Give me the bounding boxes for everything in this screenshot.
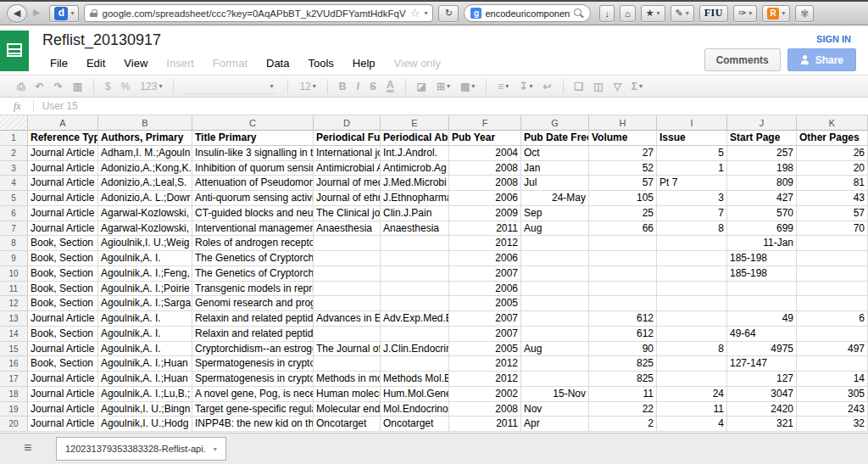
document-title[interactable]: Reflist_20130917 [42,31,161,49]
header-cell[interactable]: Title Primary [192,131,314,146]
cell[interactable]: 2007 [449,327,521,342]
header-cell[interactable]: Authors, Primary [98,131,192,146]
bookmark-star-icon[interactable]: ☆ [410,7,420,20]
url-text[interactable]: google.com/spreadsheet/ccc?key=0AqAPbBT_… [102,8,405,19]
cell[interactable]: 8 [657,342,727,357]
cell[interactable]: 2012 [449,236,521,251]
forward-button[interactable]: ▶ [29,4,44,21]
cell[interactable]: Sep [521,206,589,221]
cell[interactable]: 20 [797,161,868,176]
row-number-12[interactable]: 12 [0,296,28,311]
row-number-10[interactable]: 10 [0,266,28,282]
cell[interactable]: 2011 [449,416,521,432]
cell[interactable] [521,296,589,311]
cell[interactable]: 15-Nov [521,387,589,402]
cell[interactable] [314,266,381,282]
cell[interactable]: Journal Article [28,416,98,432]
row-number-15[interactable]: 15 [0,342,28,357]
cell[interactable]: 427 [727,191,797,206]
cell[interactable]: 6 [797,311,868,327]
menu-help[interactable]: Help [343,55,385,71]
back-button[interactable]: ◀ [7,4,27,23]
cell[interactable]: Agoulnik,A. I.;Poirie [98,282,192,297]
cell[interactable]: 8 [657,221,727,237]
cell[interactable]: INPP4B: the new kid on the [192,416,314,432]
cell[interactable]: 185-198 [727,251,797,266]
cell[interactable]: 570 [727,206,797,221]
row-number-4[interactable]: 4 [0,176,28,191]
cell[interactable]: Apr [521,416,589,432]
sheet-list-icon[interactable]: ≡ [24,440,31,456]
cell[interactable] [521,372,589,387]
cell[interactable]: Agoulnik,A. I.;Huan [98,372,192,387]
cell[interactable]: Aug [521,221,589,237]
cell[interactable]: 11 [657,402,727,417]
cell[interactable]: 105 [589,191,657,206]
cell[interactable]: 612 [589,327,657,342]
cell[interactable]: 198 [727,161,797,176]
cell[interactable] [314,236,381,251]
strikethrough-button[interactable]: S [364,80,381,93]
cell[interactable]: Journal Article [28,342,98,357]
cell[interactable]: 185-198 [727,266,797,282]
cell[interactable]: 2 [589,416,657,432]
cell[interactable]: Mol.Endocrino [381,402,449,417]
column-header-E[interactable]: E [381,115,449,131]
misc-addon-button[interactable]: ✾ [795,5,814,22]
cell[interactable]: Methods in mo [314,372,381,387]
cell[interactable]: Molecular end [314,402,381,417]
cell[interactable]: Book, Section [28,296,98,311]
cell[interactable] [727,296,797,311]
functions-button[interactable]: Σ▾ [626,80,648,93]
reader-addon-button[interactable]: R▾ [762,5,790,22]
reader-addon-dropdown-icon[interactable]: ▾ [782,9,785,17]
cell[interactable] [314,356,381,372]
text-color-button[interactable]: A [381,80,399,93]
cell[interactable] [797,251,868,266]
cell[interactable]: 2008 [449,402,521,417]
fiu-addon-button[interactable]: FIU [699,5,728,22]
column-header-A[interactable]: A [28,115,98,131]
cell[interactable] [589,251,657,266]
cell[interactable]: 2006 [449,251,521,266]
cell[interactable]: 14 [797,372,868,387]
cell[interactable]: Book, Section [28,356,98,372]
row-number-1[interactable]: 1 [0,131,28,146]
cell[interactable]: 11-Jan [727,236,797,251]
cell[interactable]: 3 [657,191,727,206]
cell[interactable]: 81 [797,176,868,191]
cell[interactable] [521,282,589,297]
search-engine-icon[interactable]: g [470,8,481,19]
cell[interactable]: Genomi research and progr [192,296,314,311]
row-number-20[interactable]: 20 [0,416,28,432]
cell[interactable]: J.Clin.Endocrin [381,342,449,357]
cell[interactable] [314,327,381,342]
cell[interactable] [589,236,657,251]
vertical-align-button[interactable]: ↧▾ [514,80,537,93]
cell[interactable]: Oct [521,146,589,161]
cell[interactable]: Advances in Ex [314,311,381,327]
bookmarks-dropdown-icon[interactable]: ▾ [657,9,660,17]
cell[interactable]: 3047 [727,387,797,402]
cell[interactable]: 1 [657,161,727,176]
cell[interactable]: 2008 [449,161,521,176]
cell[interactable]: 127 [727,372,797,387]
highlighter-addon-button[interactable]: ✑▾ [733,5,757,22]
cell[interactable]: Book, Section [28,266,98,282]
cell[interactable]: 22 [589,402,657,417]
cell[interactable]: 2004 [449,146,521,161]
cell[interactable] [314,282,381,297]
header-cell[interactable]: Other Pages [797,131,868,146]
cell[interactable]: The Journal of [314,342,381,357]
cell[interactable]: Book, Section [28,251,98,266]
cell[interactable]: CT-guided blocks and neuro [192,206,314,221]
column-header-C[interactable]: C [192,115,314,131]
cell[interactable]: Journal Article [28,221,98,237]
bold-button[interactable]: B [334,80,352,93]
cell[interactable]: 52 [589,161,657,176]
cell[interactable]: Journal of med [314,176,381,191]
cell[interactable]: Agoulnik,A. I. [98,251,192,266]
cell[interactable]: Interventional managemen [192,221,314,237]
cell[interactable]: Adv.Exp.Med.B [381,311,449,327]
cell[interactable]: 7 [657,206,727,221]
